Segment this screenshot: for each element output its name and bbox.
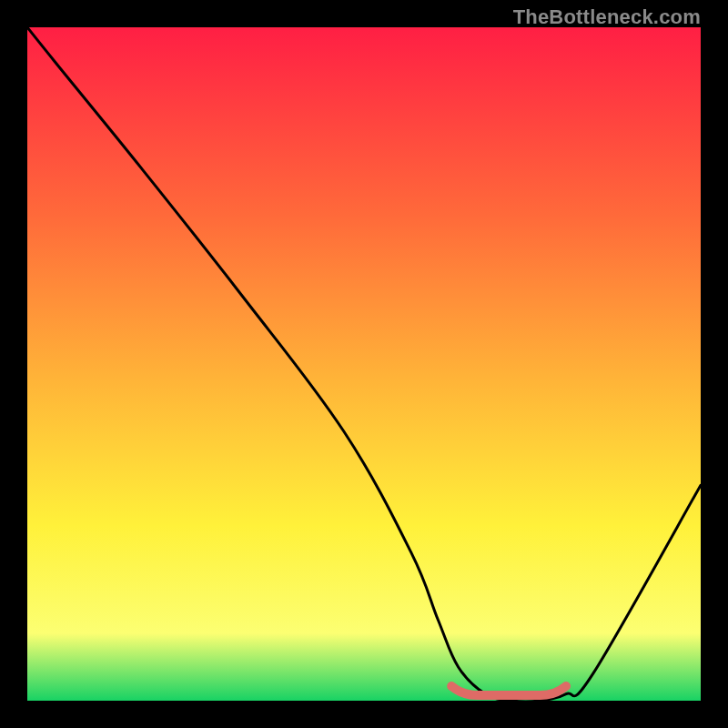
chart-frame: TheBottleneck.com [0, 0, 728, 728]
plot-area [27, 27, 701, 701]
watermark-text: TheBottleneck.com [513, 5, 701, 29]
curve-path [27, 27, 701, 701]
curve-highlight [451, 686, 566, 695]
chart-curve [27, 27, 701, 701]
